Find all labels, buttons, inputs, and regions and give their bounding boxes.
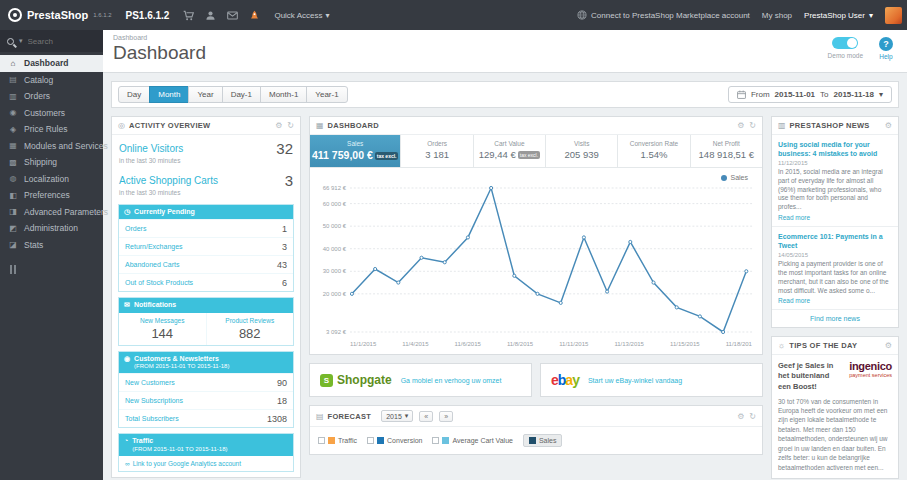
article-title-link[interactable]: Ecommerce 101: Payments in a Tweet	[778, 232, 892, 250]
pending-orders-link[interactable]: Orders	[125, 225, 146, 232]
date-range-picker[interactable]: From 2015-11-01 To 2015-11-18 ▾	[728, 86, 892, 103]
cart-icon[interactable]	[183, 10, 194, 21]
sidebar-item-modules[interactable]: ▦ Modules and Services	[0, 138, 103, 155]
gear-icon[interactable]: ⚙	[885, 121, 892, 130]
sidebar-item-localization[interactable]: ◍ Localization	[0, 171, 103, 188]
checkbox[interactable]	[318, 437, 325, 444]
gear-icon[interactable]: ⚙	[737, 412, 744, 421]
gear-icon[interactable]: ⚙	[885, 341, 892, 350]
forecast-legend-sales[interactable]: Sales	[523, 434, 563, 447]
sidebar-item-orders[interactable]: ▥ Orders	[0, 88, 103, 105]
marketplace-label: Connect to PrestaShop Marketplace accoun…	[591, 11, 750, 20]
sidebar-item-shipping[interactable]: ▩ Shipping	[0, 154, 103, 171]
sidebar-item-customers[interactable]: ◉ Customers	[0, 105, 103, 122]
sidebar-item-stats[interactable]: ◪ Stats	[0, 237, 103, 254]
checkbox[interactable]	[432, 437, 439, 444]
kpi-orders[interactable]: Orders 3 181	[401, 135, 473, 167]
article-body: In 2015, social media are an integral pa…	[778, 168, 892, 212]
forecast-year-select[interactable]: 2015 ▾	[381, 410, 413, 422]
gear-icon[interactable]: ⚙	[737, 121, 744, 130]
tips-panel-title: TIPS OF THE DAY	[789, 341, 857, 350]
filter-month-1-button[interactable]: Month-1	[260, 86, 307, 103]
preferences-icon: ◧	[8, 191, 18, 200]
gear-icon[interactable]: ⚙	[275, 121, 282, 130]
search-scope-caret-icon[interactable]: ▾	[19, 37, 23, 45]
product-reviews-cell[interactable]: Product Reviews 882	[206, 313, 294, 345]
filter-day-1-button[interactable]: Day-1	[222, 86, 261, 103]
toggle-switch[interactable]	[832, 37, 858, 49]
read-more-link[interactable]: Read more	[778, 297, 892, 304]
out-of-stock-value: 6	[282, 278, 287, 288]
filter-day-button[interactable]: Day	[118, 86, 150, 103]
stats-icon: ◪	[8, 240, 18, 249]
returns-link[interactable]: Return/Exchanges	[125, 243, 183, 250]
sidebar-item-advanced-parameters[interactable]: ◨ Advanced Parameters	[0, 204, 103, 221]
sidebar-item-dashboard[interactable]: ⌂ Dashboard	[0, 55, 103, 72]
forecast-legend-average-cart-value[interactable]: Average Cart Value	[432, 437, 512, 444]
rocket-icon[interactable]	[249, 10, 260, 21]
kpi-sales[interactable]: Sales 411 759,00 €tax excl.	[310, 135, 401, 167]
ingenico-logo[interactable]: ingenico payment services	[849, 361, 892, 391]
sidebar-item-price-rules[interactable]: ◈ Price Rules	[0, 121, 103, 138]
kpi-cart-value[interactable]: Cart Value 129,44 €tax excl.	[474, 135, 546, 167]
tips-body-text: 30 tot 70% van de consumenten in Europa …	[778, 397, 892, 472]
search-input[interactable]	[28, 37, 86, 46]
sidebar-item-administration[interactable]: ◩ Administration	[0, 220, 103, 237]
refresh-icon[interactable]: ↻	[749, 121, 756, 130]
shopgate-promo[interactable]: S Shopgate Ga mobiel en verhoog uw omzet	[309, 363, 532, 397]
ebay-link[interactable]: Start uw eBay-winkel vandaag	[588, 377, 682, 384]
kpi-net-profit[interactable]: Net Profit 148 918,51 €	[691, 135, 762, 167]
quick-access-menu[interactable]: Quick Access ▾	[274, 11, 329, 20]
main-content: Dashboard Dashboard Demo mode ? Help Day…	[103, 30, 907, 479]
refresh-icon[interactable]: ↻	[287, 121, 294, 130]
filter-year-button[interactable]: Year	[188, 86, 222, 103]
kpi-visits[interactable]: Visits 205 939	[546, 135, 618, 167]
new-customers-link[interactable]: New Customers	[125, 379, 175, 386]
forecast-next-button[interactable]: »	[439, 411, 453, 422]
active-carts-subtitle: in the last 30 minutes	[112, 189, 300, 199]
new-messages-cell[interactable]: New Messages 144	[119, 313, 206, 345]
user-menu[interactable]: PrestaShop User ▾	[804, 11, 873, 20]
online-visitors-link[interactable]: Online Visitors	[119, 143, 183, 154]
filter-year-1-button[interactable]: Year-1	[306, 86, 347, 103]
forecast-legend-conversion[interactable]: Conversion	[367, 437, 422, 444]
help-button[interactable]: ? Help	[879, 37, 893, 60]
ebay-promo[interactable]: ebay Start uw eBay-winkel vandaag	[540, 363, 763, 397]
forecast-legend-traffic[interactable]: Traffic	[318, 437, 357, 444]
envelope-icon: ✉	[124, 301, 130, 309]
sidebar-item-preferences[interactable]: ◧ Preferences	[0, 187, 103, 204]
article-title-link[interactable]: Using social media for your business: 4 …	[778, 140, 892, 158]
avatar[interactable]	[885, 7, 902, 24]
new-messages-value: 144	[121, 326, 204, 341]
kpi-conversion-rate[interactable]: Conversion Rate 1.54%	[618, 135, 690, 167]
quick-access-label: Quick Access	[274, 11, 322, 20]
abandoned-carts-link[interactable]: Abandoned Carts	[125, 261, 179, 268]
tips-heading: Geef je Sales in het buitenland een Boos…	[778, 361, 837, 391]
marketplace-link[interactable]: Connect to PrestaShop Marketplace accoun…	[577, 10, 750, 20]
shop-name[interactable]: PS1.6.1.2	[126, 10, 170, 21]
prestashop-news-panel: ▥ PRESTASHOP NEWS ⚙ Using social media f…	[771, 116, 899, 328]
collapse-sidebar-button[interactable]	[10, 265, 103, 274]
find-more-news-link[interactable]: Find more news	[772, 310, 898, 327]
checkbox[interactable]	[367, 437, 374, 444]
chevron-down-icon: ▾	[869, 11, 873, 20]
out-of-stock-link[interactable]: Out of Stock Products	[125, 279, 193, 286]
google-analytics-link[interactable]: ∞ Link to your Google Analytics account	[119, 456, 293, 471]
filter-month-button[interactable]: Month	[149, 86, 189, 103]
customers-icon[interactable]	[205, 10, 216, 21]
shopgate-link[interactable]: Ga mobiel en verhoog uw omzet	[401, 377, 502, 384]
active-carts-link[interactable]: Active Shopping Carts	[119, 175, 218, 186]
my-shop-link[interactable]: My shop	[762, 11, 792, 20]
demo-mode-toggle[interactable]: Demo mode	[828, 37, 863, 59]
refresh-icon[interactable]: ↻	[749, 412, 756, 421]
forecast-prev-button[interactable]: «	[419, 411, 433, 422]
messages-icon[interactable]	[227, 10, 238, 21]
sidebar-item-catalog[interactable]: ▤ Catalog	[0, 72, 103, 89]
to-label: To	[820, 90, 828, 99]
search-icon	[7, 38, 14, 45]
prestashop-logo[interactable]: PrestaShop 1.6.1.2	[0, 8, 122, 22]
activity-icon: ◎	[118, 121, 125, 130]
new-subscriptions-link[interactable]: New Subscriptions	[125, 397, 183, 404]
read-more-link[interactable]: Read more	[778, 214, 892, 221]
total-subscribers-link[interactable]: Total Subscribers	[125, 415, 179, 422]
